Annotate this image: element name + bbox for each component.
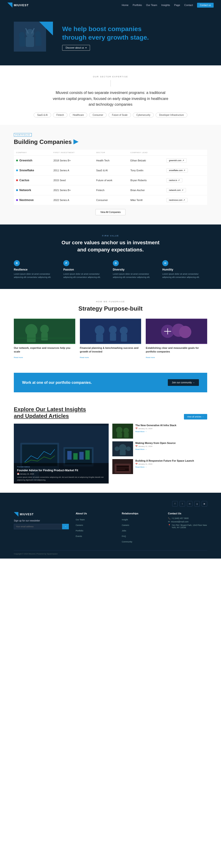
tag-healthcare[interactable]: Healthcare: [69, 113, 87, 117]
value-item: P Passion Lorem ipsum dolor sit amet con…: [63, 260, 108, 279]
tag-future-of-scale[interactable]: Future of Scale: [108, 113, 131, 117]
strategy-card-link-2[interactable]: Read more: [80, 356, 89, 359]
side-article-link-2[interactable]: Read More →: [135, 448, 207, 451]
footer-link-insight[interactable]: Insight: [122, 519, 128, 521]
value-icon: R: [14, 260, 20, 266]
view-all-companies-button[interactable]: View All Companies: [96, 209, 125, 215]
side-article-link-1[interactable]: Read More →: [135, 431, 207, 433]
contact-button[interactable]: Contact us: [197, 3, 214, 8]
value-icon: P: [63, 260, 69, 266]
footer-logo: MIUVEST: [14, 512, 69, 517]
hero-content: We help boost companies through every gr…: [62, 25, 207, 51]
footer-link-faq[interactable]: FAQ: [122, 535, 126, 537]
core-values-title: Our core values anchor us in investment …: [60, 239, 161, 253]
side-article-content-2: Making Money from Open Source 📅 January …: [135, 441, 207, 451]
nav-our-team[interactable]: Our Team: [146, 4, 157, 6]
svg-rect-38: [80, 452, 84, 460]
footer-newsletter-col: MIUVEST Sign up for our newsletter →: [14, 512, 69, 545]
company-link-button[interactable]: network.com ↗: [166, 188, 186, 192]
facebook-icon[interactable]: f: [172, 501, 178, 506]
tag-cybersecurity[interactable]: Cybersecurity: [133, 113, 154, 117]
company-link-button[interactable]: greenish.com ↗: [166, 158, 187, 162]
calendar-icon-3: 📅: [135, 463, 138, 465]
side-article-link-3[interactable]: Read More →: [135, 466, 207, 468]
footer-link-events[interactable]: Events: [76, 535, 82, 537]
footer-link-jobs[interactable]: Jobs: [122, 530, 126, 532]
side-article-1: The New Generative AI Infra Stack 📅 Janu…: [112, 424, 207, 439]
svg-point-19: [109, 326, 117, 334]
footer-link-portfolio[interactable]: Portfolio: [76, 530, 83, 532]
company-investment-cell: 2021 Series B+: [51, 185, 94, 195]
nav-home[interactable]: Home: [122, 4, 128, 6]
svg-rect-4: [19, 37, 25, 46]
footer-about-links: Our Team Careers Portfolio Events: [76, 517, 115, 538]
company-lead-cell: Tony Evelin: [128, 165, 164, 175]
portfolio-section: PORTFOLIO Building Companies COMPANY FIR…: [0, 125, 221, 224]
company-link-button[interactable]: cactus.io ↗: [166, 178, 183, 182]
value-item: H Humility Lorem ipsum dolor sit amet co…: [162, 260, 207, 279]
company-name-cell: Network: [14, 185, 51, 195]
company-link-cell: nextmove.com ↗: [164, 195, 207, 205]
value-icon: D: [113, 260, 119, 266]
svg-point-41: [116, 427, 123, 433]
external-link-icon: ↗: [178, 179, 180, 181]
nav-insights[interactable]: Insights: [161, 4, 170, 6]
nav-contact[interactable]: Contact: [184, 4, 193, 6]
tag-developer-infra[interactable]: Developer Infrastructure: [156, 113, 187, 117]
value-desc: Lorem ipsum dolor sit amet consectetur a…: [113, 273, 158, 279]
company-link-button[interactable]: snowflake.com ↗: [166, 168, 188, 173]
discover-button[interactable]: Discover about us ▾: [62, 45, 90, 51]
strategy-card-link-3[interactable]: Read more: [146, 356, 155, 359]
side-article-image-1: [112, 424, 133, 439]
svg-rect-20: [110, 333, 116, 341]
strategy-section: HOW WE FUNDRAISE Strategy Purpose-built …: [0, 289, 221, 373]
footer-email-row: →: [14, 524, 69, 529]
arrow-icon: ▾: [86, 46, 87, 49]
tag-saas-ai[interactable]: SaaS & AI: [34, 113, 51, 117]
strategy-image-3: [146, 319, 207, 344]
svg-rect-6: [35, 37, 41, 46]
external-link-icon: ↗: [184, 169, 185, 172]
tag-consumer[interactable]: Consumer: [89, 113, 106, 117]
nav-portfolio[interactable]: Portfolio: [133, 4, 142, 6]
join-community-button[interactable]: Join our community →: [168, 379, 199, 386]
footer-link-our-team[interactable]: Our Team: [76, 519, 85, 521]
strategy-card-title-3: Establishing clear and measurable goals …: [146, 346, 207, 353]
company-link-button[interactable]: nextmove.com ↗: [166, 198, 188, 202]
svg-point-48: [115, 446, 119, 451]
footer-email-input[interactable]: [14, 524, 62, 529]
twitter-icon[interactable]: t: [180, 501, 185, 506]
footer-top: MIUVEST Sign up for our newsletter → Abo…: [14, 512, 207, 545]
footer-about-col: About Us Our Team Careers Portfolio Even…: [76, 512, 115, 545]
footer-link-careers[interactable]: Careers: [76, 524, 83, 526]
table-row: Network 2021 Series B+ Fintech Brian Asc…: [14, 185, 207, 195]
company-name-cell: Cactus: [14, 175, 51, 185]
hero-image-container: [14, 22, 53, 54]
side-article-title-3: Building A Responsive Future For Space L…: [135, 459, 207, 462]
value-item: R Resilience Lorem ipsum dolor sit amet …: [14, 260, 59, 279]
tag-fintech[interactable]: Fintech: [53, 113, 67, 117]
footer-email-submit[interactable]: →: [62, 524, 69, 529]
footer-contact-title: Contact Us: [168, 512, 207, 515]
svg-rect-36: [67, 451, 72, 460]
side-article-date-3: 📅 January 11, 2024: [135, 463, 207, 465]
strategy-card-2: Financial planning & benchmarking succes…: [80, 319, 141, 359]
footer-social: f t in g ▶: [172, 501, 207, 506]
strategy-card-link-1[interactable]: Read more: [14, 356, 23, 359]
side-article-date-1: 📅 January 13, 2024: [135, 428, 207, 430]
youtube-icon[interactable]: ▶: [202, 501, 207, 506]
side-article-3: Building A Responsive Future For Space L…: [112, 459, 207, 474]
footer-link-community[interactable]: Community: [122, 540, 132, 543]
logo-text: MIUVEST: [14, 3, 29, 7]
side-article-2: Making Money from Open Source 📅 January …: [112, 441, 207, 456]
google-icon[interactable]: g: [194, 501, 200, 506]
nav-page[interactable]: Page: [174, 4, 180, 6]
footer-link-careers-rel[interactable]: Careers: [122, 524, 129, 526]
value-desc: Lorem ipsum dolor sit amet consectetur a…: [63, 273, 108, 279]
company-investment-cell: 2022 Series A: [51, 195, 94, 205]
linkedin-icon[interactable]: in: [187, 501, 192, 506]
hero-section: We help boost companies through every gr…: [0, 10, 221, 65]
col-link: [164, 150, 207, 156]
nav-logo[interactable]: MIUVEST: [7, 3, 29, 8]
view-all-articles-button[interactable]: View all articles →: [184, 414, 207, 420]
